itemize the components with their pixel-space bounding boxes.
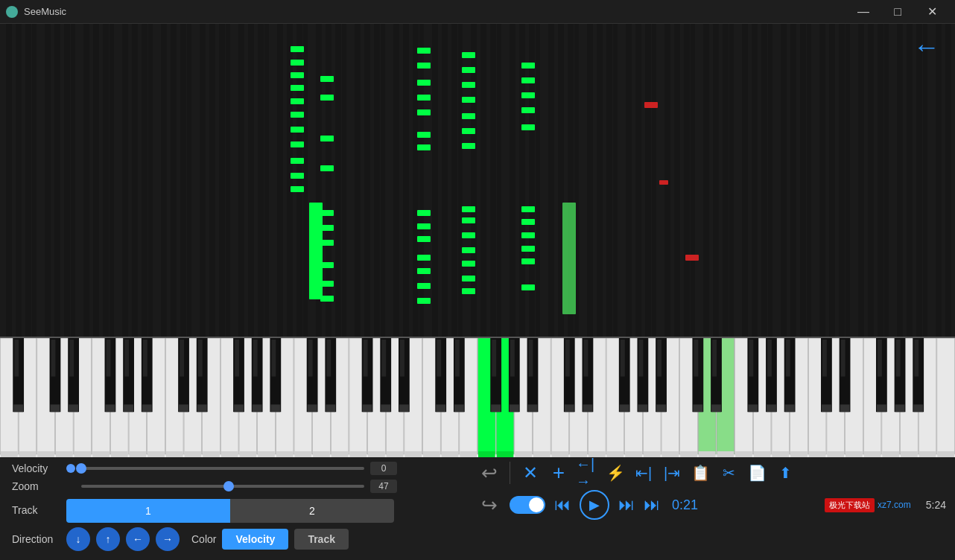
split-icon[interactable]: ←|→ — [576, 462, 598, 484]
svg-rect-5 — [0, 24, 955, 337]
track-2-button[interactable]: 2 — [230, 499, 394, 523]
piano-roll: ← 11 — [0, 24, 955, 337]
svg-rect-65 — [521, 258, 535, 264]
titlebar-left: SeeMusic — [6, 6, 66, 18]
svg-rect-19 — [320, 95, 334, 101]
svg-rect-64 — [521, 246, 535, 252]
playback-row: ↪ ⏮ ▶ ⏭ ⏭ 0:21 — [478, 490, 946, 520]
keyboard-canvas[interactable] — [0, 338, 955, 457]
svg-rect-69 — [659, 180, 668, 185]
direction-label: Direction — [12, 533, 60, 545]
add-icon[interactable]: + — [548, 462, 570, 484]
direction-right-button[interactable]: → — [156, 527, 180, 551]
redo-icon[interactable]: ↪ — [478, 494, 501, 516]
close-button[interactable]: ✕ — [915, 0, 949, 24]
svg-rect-16 — [291, 186, 304, 192]
merge-icon[interactable]: ⚡ — [604, 462, 626, 484]
app-title: SeeMusic — [24, 6, 66, 17]
velocity-mode-button[interactable]: Velocity — [222, 529, 288, 550]
svg-rect-28 — [417, 48, 431, 54]
align-right-icon[interactable]: |⇥ — [661, 462, 683, 484]
undo-icon[interactable]: ↩ — [478, 462, 501, 484]
svg-rect-14 — [291, 158, 304, 164]
svg-rect-6 — [291, 46, 304, 52]
delete-icon[interactable]: ✕ — [519, 462, 542, 484]
svg-rect-58 — [521, 92, 535, 98]
svg-rect-67 — [562, 203, 576, 314]
skip-start-icon[interactable]: ⏮ — [554, 495, 571, 515]
svg-rect-24 — [320, 240, 334, 246]
zoom-label: Zoom — [12, 480, 60, 492]
export-icon[interactable]: ⬆ — [774, 462, 796, 484]
right-controls: ↩ ✕ + ←|→ ⚡ ⇤| |⇥ 📋 — [469, 456, 955, 560]
svg-rect-11 — [291, 112, 304, 118]
svg-rect-57 — [521, 77, 535, 83]
minimize-button[interactable]: — — [846, 0, 881, 24]
svg-rect-44 — [462, 82, 475, 88]
velocity-value: 0 — [370, 462, 397, 475]
main: ← 11 — [0, 24, 955, 560]
svg-rect-66 — [521, 284, 535, 290]
svg-rect-59 — [521, 107, 535, 113]
svg-rect-25 — [320, 262, 334, 268]
track-1-button[interactable]: 1 — [66, 499, 230, 523]
direction-down-button[interactable]: ↓ — [66, 527, 90, 551]
titlebar: SeeMusic — □ ✕ — [0, 0, 955, 24]
play-button[interactable]: ▶ — [580, 490, 609, 520]
svg-rect-33 — [417, 132, 431, 138]
bottom-controls: Velocity 0 Zoom 47 Trac — [0, 456, 955, 560]
skip-end-icon[interactable]: ⏭ — [644, 495, 660, 515]
svg-rect-31 — [417, 95, 431, 101]
left-controls: Velocity 0 Zoom 47 Trac — [0, 456, 469, 560]
svg-rect-34 — [417, 144, 431, 150]
svg-rect-12 — [291, 127, 304, 133]
zoom-slider-track[interactable] — [81, 485, 364, 488]
velocity-slider-thumb[interactable] — [76, 463, 86, 474]
zoom-value: 47 — [370, 480, 397, 493]
cut-icon[interactable]: ✂ — [717, 462, 740, 484]
direction-left-button[interactable]: ← — [126, 527, 150, 551]
svg-rect-61 — [521, 206, 535, 212]
toggle-switch[interactable] — [510, 496, 545, 514]
velocity-indicator — [66, 464, 75, 473]
current-time: 0:21 — [672, 497, 698, 513]
svg-rect-7 — [291, 60, 304, 66]
controls-area: Velocity 0 Zoom 47 Trac — [0, 456, 955, 560]
note-canvas — [0, 24, 955, 337]
svg-rect-56 — [521, 63, 535, 69]
color-label: Color — [191, 533, 216, 545]
svg-rect-62 — [521, 219, 535, 225]
svg-rect-32 — [417, 109, 431, 115]
icon-toolbar: ↩ ✕ + ←|→ ⚡ ⇤| |⇥ 📋 — [478, 462, 946, 484]
svg-rect-21 — [320, 165, 334, 171]
copy-icon[interactable]: 📄 — [746, 462, 768, 484]
track-mode-button[interactable]: Track — [294, 529, 349, 550]
svg-rect-27 — [320, 296, 334, 302]
track-buttons: 1 2 — [66, 499, 394, 523]
step-forward-icon[interactable]: ⏭ — [618, 495, 635, 515]
svg-rect-35 — [417, 210, 431, 216]
paste-icon[interactable]: 📋 — [689, 462, 711, 484]
svg-rect-15 — [291, 173, 304, 179]
svg-rect-22 — [320, 210, 334, 216]
svg-rect-23 — [320, 225, 334, 231]
maximize-button[interactable]: □ — [881, 0, 915, 24]
svg-rect-52 — [462, 247, 475, 253]
svg-rect-53 — [462, 261, 475, 267]
svg-rect-49 — [462, 206, 475, 212]
separator-1 — [510, 462, 510, 484]
svg-rect-37 — [417, 236, 431, 242]
svg-rect-13 — [291, 141, 304, 147]
zoom-slider-thumb[interactable] — [223, 481, 234, 491]
svg-rect-20 — [320, 136, 334, 141]
direction-up-button[interactable]: ↑ — [96, 527, 120, 551]
svg-rect-30 — [417, 80, 431, 86]
svg-rect-41 — [417, 298, 431, 304]
align-left-icon[interactable]: ⇤| — [632, 462, 655, 484]
toggle-thumb — [529, 497, 544, 512]
svg-rect-39 — [417, 268, 431, 274]
velocity-slider-track[interactable] — [81, 467, 364, 470]
zoom-row: Zoom 47 — [12, 480, 457, 493]
svg-rect-29 — [417, 63, 431, 69]
back-arrow[interactable]: ← — [913, 31, 940, 63]
